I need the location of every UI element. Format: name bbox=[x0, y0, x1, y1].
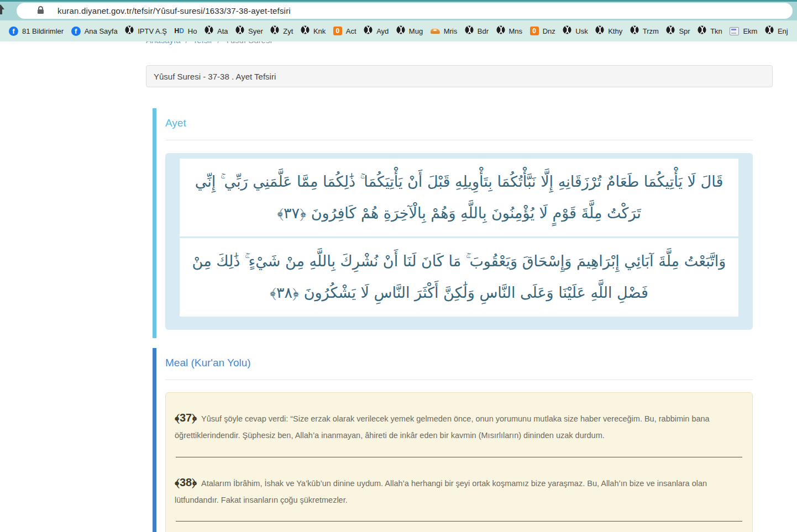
bookmark-label: Spr bbox=[679, 27, 690, 35]
verse-divider bbox=[176, 457, 742, 457]
verse-38-text: Atalarım İbrâhim, İshak ve Ya’kūb’un din… bbox=[175, 479, 707, 504]
arabic-verse-37-text: قَالَ لَا يَأْتِيكُمَا طَعَامٌ تُرْزَقَا… bbox=[190, 166, 728, 229]
meal-verse-38: ﴾38﴿ Atalarım İbrâhim, İshak ve Ya’kūb’u… bbox=[175, 472, 743, 508]
globe-icon bbox=[563, 25, 571, 36]
globe-icon bbox=[205, 25, 213, 36]
globe-icon bbox=[765, 25, 774, 36]
bookmark-item[interactable]: f 81 Bildirimler bbox=[9, 27, 64, 36]
globe-icon bbox=[235, 25, 244, 36]
car-icon bbox=[431, 29, 440, 34]
globe-icon bbox=[125, 25, 134, 36]
bookmark-item[interactable]: 0 Act bbox=[333, 27, 356, 35]
verse-divider bbox=[176, 521, 742, 522]
bookmark-item[interactable]: IPTV A.Ş bbox=[125, 25, 167, 36]
bookmark-item[interactable]: 0 Dnz bbox=[530, 27, 555, 35]
globe-icon bbox=[496, 25, 505, 36]
arabic-verse-37-box: قَالَ لَا يَأْتِيكُمَا طَعَامٌ تُرْزَقَا… bbox=[180, 159, 738, 236]
bookmarks-bar: f 81 Bildirimler f Ana Sayfa IPTV A.Ş HD… bbox=[0, 20, 797, 41]
bookmark-item[interactable]: Usk bbox=[563, 25, 588, 36]
globe-icon bbox=[270, 25, 279, 36]
lock-icon[interactable] bbox=[38, 9, 44, 14]
bookmark-label: Ekm bbox=[743, 27, 757, 35]
url-bar[interactable]: kuran.diyanet.gov.tr/tefsir/Yûsuf-suresi… bbox=[17, 3, 793, 19]
globe-icon bbox=[698, 25, 706, 36]
meal-verse-37: ﴾37﴿ Yûsuf şöyle cevap verdi: “Size erza… bbox=[175, 407, 743, 444]
url-text[interactable]: kuran.diyanet.gov.tr/tefsir/Yûsuf-suresi… bbox=[57, 6, 291, 15]
arabic-verses-panel: قَالَ لَا يَأْتِيكُمَا طَعَامٌ تُرْزَقَا… bbox=[165, 153, 753, 330]
bookmark-label: Bdr bbox=[478, 27, 489, 35]
verse-37-text: Yûsuf şöyle cevap verdi: “Size erzak ola… bbox=[175, 414, 710, 440]
bookmark-item[interactable]: HD Ho bbox=[174, 27, 197, 35]
bookmark-label: Ata bbox=[217, 27, 228, 35]
bookmark-item[interactable]: Ayd bbox=[364, 25, 389, 36]
globe-icon bbox=[396, 25, 405, 36]
meal-section: Meal (Kur'an Yolu) ﴾37﴿ Yûsuf şöyle ceva… bbox=[153, 348, 753, 532]
bookmark-label: Ho bbox=[188, 27, 197, 35]
bookmark-label: Usk bbox=[575, 27, 588, 35]
bookmark-label: 81 Bildirimler bbox=[22, 27, 64, 35]
bookmark-item[interactable]: Tkn bbox=[698, 25, 722, 36]
verse-38-number: ﴾38﴿ bbox=[175, 476, 197, 488]
bookmark-label: Dnz bbox=[543, 27, 555, 35]
bookmark-label: IPTV A.Ş bbox=[138, 27, 167, 35]
bookmark-label: Zyt bbox=[283, 27, 293, 35]
globe-icon bbox=[595, 25, 604, 36]
zero-badge-icon: 0 bbox=[530, 27, 539, 35]
section-divider bbox=[165, 380, 753, 380]
bookmark-item[interactable]: Zyt bbox=[270, 25, 293, 36]
bookmark-label: Tkn bbox=[710, 27, 722, 35]
globe-icon bbox=[666, 25, 675, 36]
bookmark-item[interactable]: Ekm bbox=[730, 27, 757, 35]
page-title: Yûsuf Suresi - 37-38 . Ayet Tefsiri bbox=[154, 72, 276, 81]
browser-toolbar: kuran.diyanet.gov.tr/tefsir/Yûsuf-suresi… bbox=[0, 0, 797, 20]
bookmark-item[interactable]: Enj bbox=[765, 25, 788, 36]
page-title-panel: Yûsuf Suresi - 37-38 . Ayet Tefsiri bbox=[146, 65, 773, 87]
globe-icon bbox=[630, 25, 639, 36]
bookmark-item[interactable]: f Ana Sayfa bbox=[71, 27, 118, 36]
bookmark-label: Mns bbox=[509, 27, 523, 35]
meal-heading: Meal (Kur'an Yolu) bbox=[165, 357, 753, 369]
facebook-icon: f bbox=[71, 27, 81, 36]
partial-arrow-icon bbox=[0, 4, 4, 15]
bookmark-item[interactable]: Spr bbox=[666, 25, 690, 36]
ayet-heading: Ayet bbox=[165, 117, 753, 129]
meal-translation-panel: ﴾37﴿ Yûsuf şöyle cevap verdi: “Size erza… bbox=[165, 392, 753, 532]
bookmark-label: Syer bbox=[248, 27, 263, 35]
bookmark-item[interactable]: Knk bbox=[301, 25, 326, 36]
hd-icon: HD bbox=[174, 28, 183, 34]
globe-icon bbox=[465, 25, 474, 36]
bookmark-item[interactable]: Mris bbox=[431, 27, 458, 35]
window-top-edge bbox=[0, 0, 797, 2]
facebook-icon: f bbox=[9, 27, 18, 36]
bookmark-label: Mug bbox=[409, 27, 423, 35]
app-window-icon bbox=[730, 27, 739, 35]
bookmark-label: Knk bbox=[313, 27, 326, 35]
bookmark-item[interactable]: Trzm bbox=[630, 25, 659, 36]
bookmark-item[interactable]: Bdr bbox=[465, 25, 489, 36]
globe-icon bbox=[364, 25, 373, 36]
bookmark-label: Kthy bbox=[608, 27, 622, 35]
bookmark-item[interactable]: Kthy bbox=[595, 25, 622, 36]
bookmark-label: Trzm bbox=[643, 27, 659, 35]
bookmark-label: Mris bbox=[444, 27, 458, 35]
bookmark-label: Ana Sayfa bbox=[85, 27, 118, 35]
bookmark-item[interactable]: Mug bbox=[396, 25, 423, 36]
section-divider bbox=[165, 140, 753, 140]
arabic-verse-38-text: وَاتَّبَعْتُ مِلَّةَ آبَائِي إِبْرَاهِيم… bbox=[190, 246, 728, 308]
bookmark-label: Ayd bbox=[376, 27, 389, 35]
ayet-section: Ayet قَالَ لَا يَأْتِيكُمَا طَعَامٌ تُرْ… bbox=[153, 108, 753, 338]
bookmark-label: Act bbox=[346, 27, 356, 35]
bookmark-item[interactable]: Mns bbox=[496, 25, 523, 36]
browser-window: kuran.diyanet.gov.tr/tefsir/Yûsuf-suresi… bbox=[0, 0, 797, 532]
arabic-verse-38-box: وَاتَّبَعْتُ مِلَّةَ آبَائِي إِبْرَاهِيم… bbox=[180, 238, 738, 316]
globe-icon bbox=[301, 25, 310, 36]
bookmark-item[interactable]: Syer bbox=[235, 25, 263, 36]
bookmark-item[interactable]: Ata bbox=[205, 25, 228, 36]
bookmark-label: Enj bbox=[778, 27, 788, 35]
zero-badge-icon: 0 bbox=[333, 27, 342, 35]
verse-37-number: ﴾37﴿ bbox=[175, 412, 197, 424]
